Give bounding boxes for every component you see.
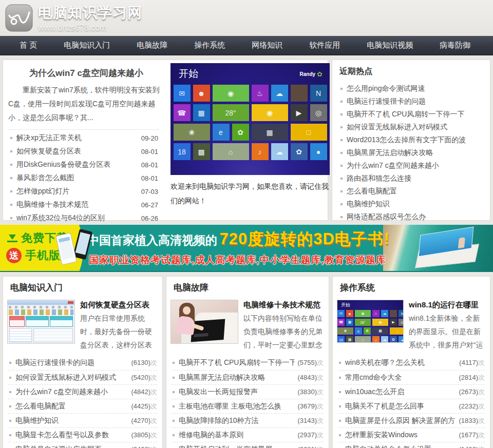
featured-title[interactable]: 如何恢复硬盘分区表 bbox=[80, 300, 158, 310]
start-screen-tile[interactable]: ❀ bbox=[337, 327, 353, 335]
section-article-link[interactable]: 主板电池在哪里 主板电池怎么换 bbox=[179, 402, 294, 411]
start-screen-tile[interactable] bbox=[390, 310, 397, 317]
start-screen-tile[interactable]: ♪ bbox=[372, 336, 380, 343]
article-list-item[interactable]: 用DiskGenius备份硬盘分区表 08-01 bbox=[9, 158, 158, 171]
start-screen-tile[interactable]: ☁ bbox=[381, 310, 388, 317]
start-screen-tile[interactable]: ☎ bbox=[174, 104, 191, 121]
nav-link[interactable]: 网络知识 bbox=[238, 36, 296, 54]
section-title[interactable]: 电脑故障 bbox=[174, 282, 329, 294]
start-screen-tile[interactable]: ✿ bbox=[390, 336, 397, 343]
article-link[interactable]: 用DiskGenius备份硬盘分区表 bbox=[16, 160, 111, 169]
article-link[interactable]: 如何恢复硬盘分区表 bbox=[16, 147, 81, 156]
section-article-link[interactable]: 常用cmd命令大全 bbox=[345, 373, 456, 382]
start-screen-tile[interactable]: ☁ bbox=[271, 143, 288, 160]
hot-topic-link[interactable]: 怎么用ping命令测试网速 bbox=[347, 84, 425, 93]
section-article-link[interactable]: win8关机在哪？怎么关机 bbox=[345, 358, 456, 367]
start-screen-tile[interactable] bbox=[291, 85, 308, 102]
section-article-link[interactable]: 维修电脑的基本原则 bbox=[179, 431, 294, 440]
start-screen-tile[interactable]: ♪ bbox=[252, 143, 269, 160]
win8-start-screen-image[interactable]: 开始 Randy ✿ ✉☻◉♨☁N☎▦28°◉▶◎❀e✿▦□18▩⌂♪☁✿● bbox=[170, 63, 330, 175]
start-screen-tile[interactable]: □ bbox=[390, 327, 404, 335]
start-screen-tile[interactable]: ◉ bbox=[213, 85, 249, 102]
section-title[interactable]: 电脑知识入门 bbox=[10, 282, 162, 294]
nav-link[interactable]: 电脑知识入门 bbox=[50, 36, 123, 54]
section-list-item[interactable]: 电脑自动关机命令怎么设置 1436次 bbox=[338, 442, 485, 448]
hot-topic-item[interactable]: 电脑维护知识 bbox=[339, 198, 486, 210]
repair-photo-thumbnail[interactable] bbox=[170, 300, 238, 344]
nav-link[interactable]: 操作系统 bbox=[181, 36, 238, 54]
section-article-link[interactable]: 电脑蓝屏是什么原因 解决蓝屏的方 bbox=[345, 416, 456, 425]
featured-title[interactable]: 电脑维修十条技术规范 bbox=[243, 300, 325, 310]
start-screen-tile[interactable]: 28° bbox=[355, 319, 371, 326]
section-list-item[interactable]: 如何设置无线鼠标进入对码模式 5420次 bbox=[8, 370, 157, 384]
hot-topic-item[interactable]: 路由器和猫怎么连接 bbox=[339, 172, 486, 185]
section-article-link[interactable]: 电脑显卡怎么看型号以及参数 bbox=[15, 431, 128, 440]
section-list-item[interactable]: 电脑维护知识 4270次 bbox=[8, 413, 157, 427]
section-list-item[interactable]: 怎么看电脑配置 4425次 bbox=[8, 399, 157, 413]
start-screen-tile[interactable]: ☁ bbox=[271, 85, 288, 102]
section-list-item[interactable]: 电脑开机启动到一半突然黑屏 2681次 bbox=[172, 442, 324, 448]
article-link[interactable]: win7系统32位与64位的区别 bbox=[16, 213, 105, 223]
section-list-item[interactable]: win8关机在哪？怎么关机 4117次 bbox=[338, 356, 485, 370]
section-article-link[interactable]: 电脑总是自动弹出广告网页 bbox=[15, 445, 128, 448]
featured-article-title[interactable]: 为什么win7 c盘空间越来越小 bbox=[7, 67, 165, 79]
ad-banner[interactable]: 免费下载 送 手机版 中国首家植入高清视频的 720度旋转的3D电子书! 国家职… bbox=[0, 225, 493, 272]
section-list-item[interactable]: win10uac怎么开启 2673次 bbox=[338, 384, 485, 399]
start-screen-tile[interactable]: ✿ bbox=[364, 327, 371, 335]
section-list-item[interactable]: 电脑蓝屏是什么原因 解决蓝屏的方 1833次 bbox=[338, 413, 485, 427]
nav-link[interactable]: 电脑知识视频 bbox=[353, 36, 426, 54]
nav-link[interactable]: 病毒防御 bbox=[426, 36, 484, 54]
section-list-item[interactable]: 为什么win7 c盘空间越来越小 4842次 bbox=[8, 384, 157, 399]
section-featured[interactable]: 电脑维修十条技术规范 以下内容特别写给在单位负责电脑维修事务的兄弟们，平时一定要… bbox=[170, 300, 325, 352]
start-screen-tile[interactable]: 28° bbox=[213, 104, 249, 121]
hot-topic-link[interactable]: 电脑运行速慢很卡的问题 bbox=[347, 97, 426, 106]
hot-topic-item[interactable]: Word2013怎么去掉所有文字下面的波 bbox=[339, 133, 486, 146]
section-list-item[interactable]: 电脑显卡怎么看型号以及参数 3805次 bbox=[8, 427, 157, 442]
section-list-item[interactable]: 电脑黑屏无法启动解决攻略 4843次 bbox=[172, 370, 324, 384]
article-list-item[interactable]: 暴风影音怎么截图 08-01 bbox=[9, 171, 158, 185]
start-screen-tile[interactable]: e bbox=[213, 124, 230, 141]
hot-topic-item[interactable]: 为什么win7 c盘空间越来越小 bbox=[339, 159, 486, 172]
section-list-item[interactable]: 主板电池在哪里 主板电池怎么换 3679次 bbox=[172, 399, 324, 413]
nav-item[interactable]: 网络知识 bbox=[238, 36, 296, 54]
start-screen-tile[interactable]: ⌂ bbox=[213, 143, 249, 160]
nav-item[interactable]: 电脑知识入门 bbox=[50, 36, 123, 54]
start-screen-tile[interactable]: ♨ bbox=[372, 310, 380, 317]
section-list-item[interactable]: 怎样重新安装Windows 1677次 bbox=[338, 427, 485, 442]
hot-topic-link[interactable]: 怎么看电脑配置 bbox=[347, 187, 397, 196]
hot-topic-link[interactable]: 网络适配器感叹号怎么办 bbox=[347, 212, 426, 222]
start-screen-tile[interactable]: ▩ bbox=[346, 336, 353, 343]
section-article-link[interactable]: 电脑运行速慢很卡的问题 bbox=[15, 358, 128, 367]
start-screen-tile[interactable]: ▦ bbox=[372, 327, 388, 335]
article-link[interactable]: 暴风影音怎么截图 bbox=[16, 173, 74, 183]
start-screen-tile[interactable]: N bbox=[399, 310, 404, 317]
nav-item[interactable]: 软件应用 bbox=[296, 36, 353, 54]
section-list-item[interactable]: 维修电脑的基本原则 2937次 bbox=[172, 427, 324, 442]
start-screen-tile[interactable]: □ bbox=[291, 124, 327, 141]
nav-item[interactable]: 首 页 bbox=[6, 36, 50, 54]
section-article-link[interactable]: 电脑故障排除的10种方法 bbox=[179, 416, 294, 425]
hot-topic-link[interactable]: 电脑开不了机 CPU风扇转一下停一下 bbox=[347, 110, 464, 119]
start-screen-tile[interactable]: ▶ bbox=[390, 319, 397, 326]
start-screen-tile[interactable]: ▦ bbox=[252, 124, 288, 141]
section-list-item[interactable]: 电脑关不了机是怎么回事 2232次 bbox=[338, 399, 485, 413]
start-screen-tile[interactable]: ◎ bbox=[399, 319, 404, 326]
featured-title[interactable]: win8.1的运行在哪里 bbox=[409, 300, 486, 310]
section-list-item[interactable]: 电脑发出一长两短报警声 3830次 bbox=[172, 384, 324, 399]
section-article-link[interactable]: 电脑自动关机命令怎么设置 bbox=[345, 445, 456, 448]
nav-item[interactable]: 操作系统 bbox=[181, 36, 238, 54]
section-list-item[interactable]: 电脑开不了机 CPU风扇转一下停一下 5755次 bbox=[172, 356, 324, 370]
hot-topic-item[interactable]: 电脑黑屏无法启动解决攻略 bbox=[339, 146, 486, 159]
section-article-link[interactable]: 电脑关不了机是怎么回事 bbox=[345, 402, 456, 411]
start-screen-tile[interactable]: ☻ bbox=[193, 85, 210, 102]
start-screen-tile[interactable]: ▶ bbox=[291, 104, 308, 121]
hot-topic-link[interactable]: Word2013怎么去掉所有文字下面的波 bbox=[347, 135, 466, 145]
article-list-item[interactable]: 解决xp无法正常关机 09-20 bbox=[9, 131, 158, 145]
article-link[interactable]: 电脑维修十条技术规范 bbox=[16, 200, 88, 209]
hot-topic-item[interactable]: 网络适配器感叹号怎么办 bbox=[339, 210, 486, 223]
start-screen-tile[interactable]: ♨ bbox=[252, 85, 269, 102]
section-list-item[interactable]: 电脑故障排除的10种方法 3143次 bbox=[172, 413, 324, 427]
section-article-link[interactable]: 电脑黑屏无法启动解决攻略 bbox=[179, 373, 294, 382]
hot-topic-link[interactable]: 电脑黑屏无法启动解决攻略 bbox=[347, 148, 433, 158]
start-screen-tile[interactable]: ◉ bbox=[252, 104, 288, 121]
